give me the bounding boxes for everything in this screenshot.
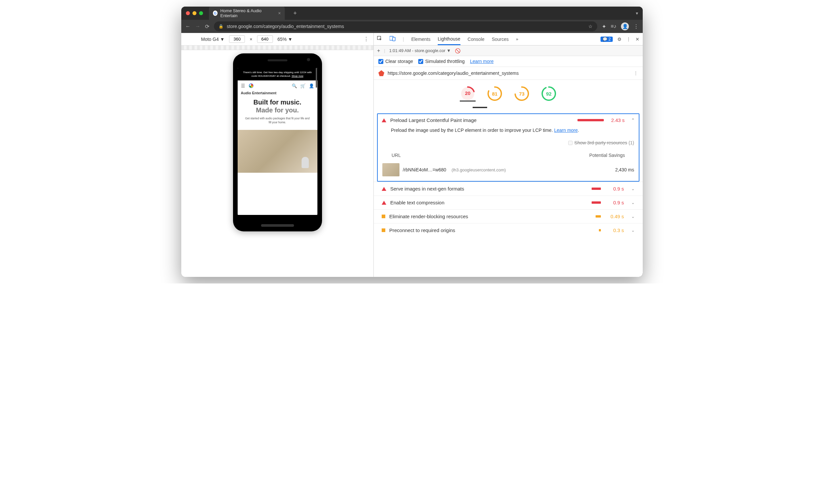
- device-selector[interactable]: Moto G4 ▼: [201, 36, 224, 42]
- resource-thumbnail: [382, 163, 400, 176]
- gauge-seo[interactable]: 92: [541, 86, 557, 102]
- url-text: store.google.com/category/audio_entertai…: [227, 24, 344, 29]
- messages-badge[interactable]: 💬 2: [601, 36, 613, 42]
- svg-rect-3: [393, 37, 395, 41]
- back-button[interactable]: ←: [185, 23, 191, 29]
- close-devtools-icon[interactable]: ✕: [635, 36, 639, 42]
- browser-tab[interactable]: G Home Stereo & Audio Entertain ×: [209, 7, 285, 20]
- close-tab-icon[interactable]: ×: [278, 11, 281, 16]
- opportunity-title: Preconnect to required origins: [389, 227, 455, 233]
- chevron-down-icon[interactable]: ⌄: [631, 200, 635, 205]
- gauge-selection-indicator: [473, 107, 487, 108]
- third-party-toggle[interactable]: Show 3rd-party resources (1): [378, 137, 639, 148]
- audit-header[interactable]: Preload Largest Contentful Paint image 2…: [378, 114, 639, 126]
- opportunity-bar: [592, 188, 601, 190]
- reload-button[interactable]: ⟳: [205, 23, 209, 30]
- audit-title: Preload Largest Contentful Paint image: [390, 117, 477, 123]
- opportunity-row[interactable]: Preconnect to required origins 0.3 s ⌄: [374, 223, 643, 237]
- search-icon[interactable]: 🔍: [292, 83, 297, 88]
- new-tab-button[interactable]: +: [291, 10, 300, 17]
- devtools-menu-icon[interactable]: ⋮: [626, 36, 631, 42]
- hamburger-icon[interactable]: ☰: [241, 83, 245, 88]
- device-toolbar: Moto G4 ▼ × 65% ▼ ⋮: [181, 33, 374, 45]
- audited-url-row: https://store.google.com/category/audio_…: [374, 67, 643, 80]
- table-row[interactable]: /rbNNiE4oM…=w680 (lh3.googleusercontent.…: [382, 161, 634, 179]
- clear-storage-checkbox[interactable]: Clear storage: [378, 59, 413, 64]
- store-appbar: ☰ 🔍 🛒 👤: [238, 80, 317, 91]
- audit-learn-more-link[interactable]: Learn more: [554, 127, 578, 133]
- tab-sources[interactable]: Sources: [492, 36, 509, 42]
- warning-square-icon: [382, 228, 385, 232]
- clear-icon[interactable]: 🚫: [455, 48, 460, 54]
- phone-home-button: [261, 224, 294, 227]
- preview-canvas: There's still time. Get free two-day shi…: [181, 50, 374, 277]
- tabs-overflow-icon[interactable]: »: [516, 36, 518, 41]
- table-header: URL Potential Savings: [382, 150, 634, 161]
- score-gauges: 20 81 73 92: [374, 80, 643, 103]
- simulated-throttling-checkbox[interactable]: Simulated throttling: [418, 59, 465, 64]
- bookmark-icon[interactable]: ☆: [588, 24, 593, 29]
- tab-title: Home Stereo & Audio Entertain: [220, 8, 274, 18]
- audit-bar: [578, 119, 604, 121]
- audit-preload-lcp: Preload Largest Contentful Paint image 2…: [377, 113, 639, 182]
- phone-screen[interactable]: There's still time. Get free two-day shi…: [238, 68, 317, 215]
- titlebar: G Home Stereo & Audio Entertain × + ▾: [181, 7, 643, 20]
- chevron-down-icon[interactable]: ⌄: [631, 186, 635, 191]
- reading-list-icon[interactable]: ≡♪: [611, 23, 616, 29]
- opportunity-row[interactable]: Eliminate render-blocking resources 0.49…: [374, 209, 643, 223]
- google-logo-icon: [248, 83, 254, 88]
- profile-avatar[interactable]: 👤: [621, 22, 629, 30]
- resource-savings: 2,430 ms: [615, 167, 634, 172]
- forward-button[interactable]: →: [195, 23, 200, 29]
- opportunity-bar: [592, 201, 601, 204]
- tab-lighthouse[interactable]: Lighthouse: [438, 36, 460, 45]
- banner-link[interactable]: Shop now: [292, 75, 304, 78]
- close-window-icon[interactable]: [186, 11, 190, 15]
- settings-icon[interactable]: ⚙: [617, 36, 622, 42]
- phone-frame: There's still time. Get free two-day shi…: [233, 54, 322, 231]
- gauge-accessibility[interactable]: 81: [487, 86, 503, 102]
- warning-triangle-icon: [382, 118, 386, 122]
- favicon-icon: G: [213, 11, 217, 16]
- menu-icon[interactable]: ⋮: [633, 23, 639, 30]
- audited-url-text: https://store.google.com/category/audio_…: [388, 71, 519, 76]
- opportunity-value: 0.9 s: [608, 186, 624, 192]
- new-report-icon[interactable]: +: [377, 48, 380, 54]
- viewport-height-input[interactable]: [257, 35, 273, 43]
- report-selector[interactable]: 1:01:49 AM - store.google.cor ▼: [389, 48, 451, 53]
- devtools-pane: | Elements Lighthouse Console Sources » …: [374, 33, 643, 277]
- opportunity-value: 0.3 s: [608, 227, 624, 233]
- tab-overflow-icon[interactable]: ▾: [636, 11, 638, 16]
- gauge-performance[interactable]: 20: [460, 86, 476, 102]
- lighthouse-icon: [378, 70, 384, 76]
- tab-console[interactable]: Console: [468, 36, 485, 42]
- account-icon[interactable]: 👤: [309, 83, 314, 88]
- extensions-icon[interactable]: ✦: [602, 23, 606, 30]
- tab-elements[interactable]: Elements: [411, 36, 430, 42]
- report-menu-icon[interactable]: ⋮: [633, 71, 638, 76]
- minimize-window-icon[interactable]: [193, 11, 196, 15]
- audit-table: URL Potential Savings /rbNNiE4oM…=w680 (…: [378, 148, 639, 181]
- viewport-width-input[interactable]: [229, 35, 245, 43]
- gauge-best-practices[interactable]: 73: [514, 86, 530, 102]
- opportunity-title: Enable text compression: [390, 200, 444, 205]
- chevron-down-icon[interactable]: ⌄: [631, 228, 635, 233]
- maximize-window-icon[interactable]: [199, 11, 203, 15]
- opportunity-bar: [599, 229, 601, 231]
- device-toolbar-menu-icon[interactable]: ⋮: [364, 36, 369, 42]
- devtools-tabs: | Elements Lighthouse Console Sources » …: [374, 33, 643, 45]
- phone-camera: [307, 58, 310, 61]
- chevron-up-icon[interactable]: ⌃: [631, 118, 635, 123]
- opportunity-row[interactable]: Serve images in next-gen formats 0.9 s ⌄: [374, 182, 643, 195]
- device-mode-icon[interactable]: [390, 36, 396, 42]
- opportunity-row[interactable]: Enable text compression 0.9 s ⌄: [374, 195, 643, 209]
- options-learn-more-link[interactable]: Learn more: [470, 59, 494, 64]
- warning-square-icon: [382, 215, 385, 218]
- page-scrollbar[interactable]: [316, 68, 317, 88]
- zoom-selector[interactable]: 65% ▼: [278, 36, 293, 42]
- url-field[interactable]: 🔒 store.google.com/category/audio_entert…: [214, 21, 597, 31]
- chevron-down-icon[interactable]: ⌄: [631, 214, 635, 219]
- inspect-icon[interactable]: [377, 36, 382, 42]
- cart-icon[interactable]: 🛒: [300, 83, 306, 88]
- opportunity-bar: [596, 215, 601, 218]
